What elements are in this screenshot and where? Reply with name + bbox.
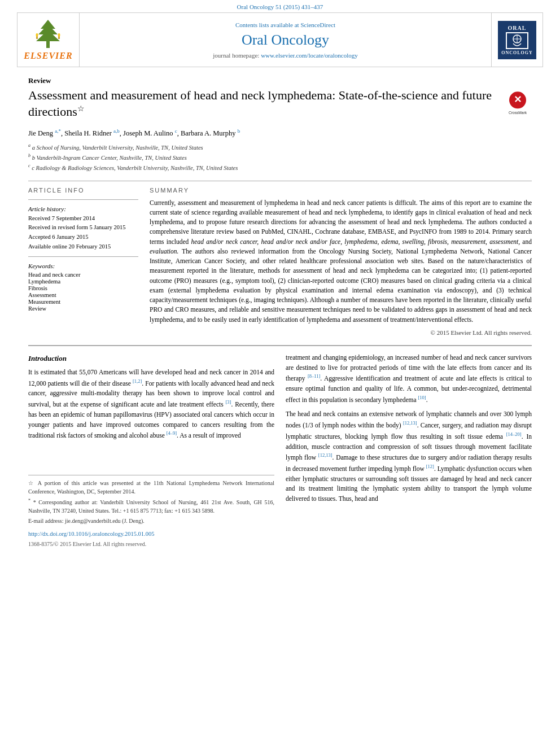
available-date: Available online 20 February 2015: [28, 243, 138, 251]
introduction-para2: treatment and changing epidemiology, an …: [286, 353, 532, 405]
volume-issue-text: Oral Oncology 51 (2015) 431–437: [237, 3, 323, 10]
introduction-para1: It is estimated that 55,070 Americans wi…: [28, 368, 274, 441]
main-content: Review Assessment and measurement of hea…: [0, 76, 560, 549]
doi-link[interactable]: http://dx.doi.org/10.1016/j.oraloncology…: [28, 530, 274, 539]
info-divider: [28, 199, 138, 200]
keywords-divider: [28, 256, 138, 257]
journal-title-section: Contents lists available at ScienceDirec…: [80, 13, 492, 67]
svg-point-7: [58, 33, 60, 37]
authors-list: Jie Deng a,*, Sheila H. Ridner a,b, Jose…: [28, 128, 532, 138]
elsevier-tree-icon: [28, 19, 68, 50]
body-left-column: Introduction It is estimated that 55,070…: [28, 353, 274, 549]
keyword-4: Assessment: [28, 292, 138, 298]
volume-issue-bar: Oral Oncology 51 (2015) 431–437: [0, 0, 560, 12]
footnote-2: * * Corresponding author at: Vanderbilt …: [28, 497, 274, 515]
article-title-text: Assessment and measurement of head and n…: [28, 88, 492, 120]
oral-oncology-badge: ORAL ONCOLOGY: [498, 21, 536, 59]
svg-point-5: [36, 33, 38, 37]
footer-links: http://dx.doi.org/10.1016/j.oraloncology…: [28, 530, 274, 549]
keyword-5: Measurement: [28, 299, 138, 305]
received-date: Received 7 September 2014: [28, 215, 138, 223]
footnote-1: ☆ A portion of this article was presente…: [28, 479, 274, 496]
badge-line2: ONCOLOGY: [501, 50, 533, 55]
badge-logo-svg: [507, 33, 527, 48]
article-type-label: Review: [28, 76, 532, 85]
article-info-heading: ARTICLE INFO: [28, 187, 138, 194]
introduction-heading: Introduction: [28, 353, 274, 364]
summary-copyright: © 2015 Elsevier Ltd. All rights reserved…: [150, 329, 532, 336]
info-summary-section: ARTICLE INFO Article history: Received 7…: [28, 187, 532, 336]
article-title-section: Assessment and measurement of head and n…: [28, 88, 532, 123]
summary-body: Currently, assessment and measurement of…: [150, 198, 532, 325]
history-label: Article history:: [28, 206, 138, 212]
journal-badge-section: ORAL ONCOLOGY: [492, 13, 542, 67]
svg-text:✕: ✕: [514, 94, 522, 105]
science-direct-link[interactable]: ScienceDirect: [300, 21, 335, 28]
footnote-3: E-mail address: jie.deng@vanderbilt.edu …: [28, 517, 274, 525]
footnote-divider: [28, 475, 274, 475]
keyword-2: Lymphedema: [28, 278, 138, 285]
keywords-label: Keywords:: [28, 263, 138, 269]
svg-marker-3: [36, 30, 60, 41]
affiliation-b: b b Vanderbilt-Ingram Cancer Center, Nas…: [28, 152, 532, 162]
keyword-3: Fibrosis: [28, 285, 138, 291]
journal-header: ELSEVIER Contents lists available at Sci…: [17, 12, 543, 67]
footnotes-section: ☆ A portion of this article was presente…: [28, 475, 274, 549]
homepage-url[interactable]: www.elsevier.com/locate/oraloncology: [261, 52, 358, 59]
badge-line1: ORAL: [508, 25, 527, 31]
footer-copyright: 1368-8375/© 2015 Elsevier Ltd. All right…: [28, 541, 146, 547]
footnotes-list: ☆ A portion of this article was presente…: [28, 479, 274, 525]
keyword-6: Review: [28, 305, 138, 312]
science-direct-info: Contents lists available at ScienceDirec…: [235, 21, 335, 28]
badge-logo: [506, 32, 528, 49]
affiliation-c: c c Radiology & Radiology Sciences, Vand…: [28, 163, 532, 172]
summary-heading: SUMMARY: [150, 187, 532, 194]
affiliations-list: a a School of Nursing, Vanderbilt Univer…: [28, 142, 532, 173]
affiliation-a: a a School of Nursing, Vanderbilt Univer…: [28, 142, 532, 152]
elsevier-logo-section: ELSEVIER: [18, 13, 80, 67]
introduction-para3: The head and neck contains an extensive …: [286, 409, 532, 504]
body-divider: [28, 345, 532, 346]
crossmark-icon: ✕ CrossMark: [504, 90, 532, 118]
svg-rect-0: [46, 41, 50, 48]
body-content: Introduction It is estimated that 55,070…: [28, 353, 532, 549]
elsevier-brand-text: ELSEVIER: [24, 51, 72, 61]
summary-panel: SUMMARY Currently, assessment and measur…: [150, 187, 532, 336]
accepted-date: Accepted 6 January 2015: [28, 233, 138, 242]
article-info-panel: ARTICLE INFO Article history: Received 7…: [28, 187, 138, 336]
svg-text:CrossMark: CrossMark: [509, 111, 527, 115]
crossmark-section: ✕ CrossMark: [504, 90, 532, 123]
journal-name: Oral Oncology: [242, 32, 329, 49]
body-right-column: treatment and changing epidemiology, an …: [286, 353, 532, 549]
section-divider-1: [28, 181, 532, 181]
received-revised-date: Received in revised form 5 January 2015: [28, 224, 138, 232]
keyword-1: Head and neck cancer: [28, 272, 138, 278]
elsevier-logo: ELSEVIER: [24, 19, 72, 61]
journal-homepage: journal homepage: www.elsevier.com/locat…: [213, 52, 358, 59]
